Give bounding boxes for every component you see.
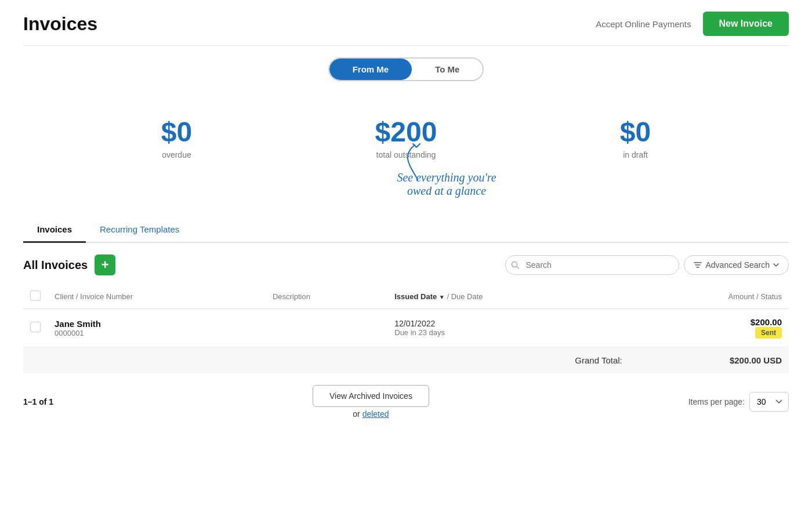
- table-footer: 1–1 of 1 View Archived Invoices or delet…: [23, 373, 789, 423]
- search-area: Advanced Search: [505, 255, 789, 275]
- client-name: Jane Smith: [55, 319, 259, 329]
- view-archived-button[interactable]: View Archived Invoices: [313, 385, 429, 407]
- to-me-toggle[interactable]: To Me: [412, 59, 483, 80]
- grand-total-label: Grand Total:: [575, 355, 622, 365]
- per-page-select[interactable]: 10 30 50 100: [749, 392, 789, 412]
- row-amount: $200.00: [636, 317, 782, 327]
- tabs-section: Invoices Recurring Templates: [23, 217, 789, 243]
- grand-total-row: Grand Total: $200.00 USD: [23, 347, 789, 374]
- overdue-amount: $0: [161, 116, 192, 148]
- from-me-toggle[interactable]: From Me: [329, 59, 412, 80]
- sort-icon: ▼: [439, 294, 445, 300]
- row-checkbox[interactable]: [30, 322, 41, 332]
- draft-stat: $0 in draft: [620, 116, 651, 159]
- tab-invoices[interactable]: Invoices: [23, 217, 86, 243]
- footer-center: View Archived Invoices or deleted: [313, 385, 429, 419]
- svg-line-1: [517, 267, 519, 269]
- chevron-down-icon: [773, 263, 779, 267]
- items-per-page-label: Items per page:: [688, 397, 745, 406]
- or-deleted-text: or deleted: [353, 409, 389, 419]
- draft-label: in draft: [620, 150, 651, 159]
- filter-icon: [694, 261, 702, 268]
- accept-online-payments-link[interactable]: Accept Online Payments: [596, 19, 691, 29]
- items-per-page: Items per page: 10 30 50 100: [688, 392, 789, 412]
- table-row[interactable]: Jane Smith 0000001 12/01/2022 Due in 23 …: [23, 309, 789, 347]
- col-issued-date[interactable]: Issued Date ▼ / Due Date: [387, 285, 629, 309]
- overdue-stat: $0 overdue: [161, 116, 192, 159]
- new-invoice-button[interactable]: New Invoice: [703, 12, 789, 36]
- annotation-arrow-icon: [394, 139, 441, 186]
- col-client-invoice: Client / Invoice Number: [48, 285, 266, 309]
- invoice-number: 0000001: [55, 329, 259, 337]
- status-badge: Sent: [755, 327, 782, 339]
- advanced-search-button[interactable]: Advanced Search: [684, 255, 789, 275]
- deleted-link[interactable]: deleted: [362, 409, 389, 419]
- from-to-toggle: From Me To Me: [328, 57, 484, 81]
- all-invoices-title: All Invoices: [23, 259, 88, 272]
- invoices-bar: All Invoices + Advanced Search: [23, 255, 789, 275]
- advanced-search-label: Advanced Search: [705, 260, 770, 270]
- page-title: Invoices: [23, 13, 97, 35]
- select-all-checkbox[interactable]: [30, 290, 41, 301]
- invoices-table: Client / Invoice Number Description Issu…: [23, 285, 789, 373]
- annotation-area: See everything you'reowed at a glance: [23, 171, 789, 217]
- row-description: [266, 309, 387, 347]
- col-amount-status: Amount / Status: [629, 285, 789, 309]
- due-text: Due in 23 days: [394, 328, 622, 337]
- add-invoice-button[interactable]: +: [95, 255, 115, 275]
- pagination-info: 1–1 of 1: [23, 397, 53, 406]
- search-icon: [511, 261, 519, 269]
- draft-amount: $0: [620, 116, 651, 148]
- grand-total-value: $200.00 USD: [730, 355, 782, 365]
- tab-recurring-templates[interactable]: Recurring Templates: [86, 217, 193, 243]
- issued-date: 12/01/2022: [394, 319, 622, 328]
- overdue-label: overdue: [161, 150, 192, 159]
- col-description: Description: [266, 285, 387, 309]
- search-input[interactable]: [505, 255, 679, 275]
